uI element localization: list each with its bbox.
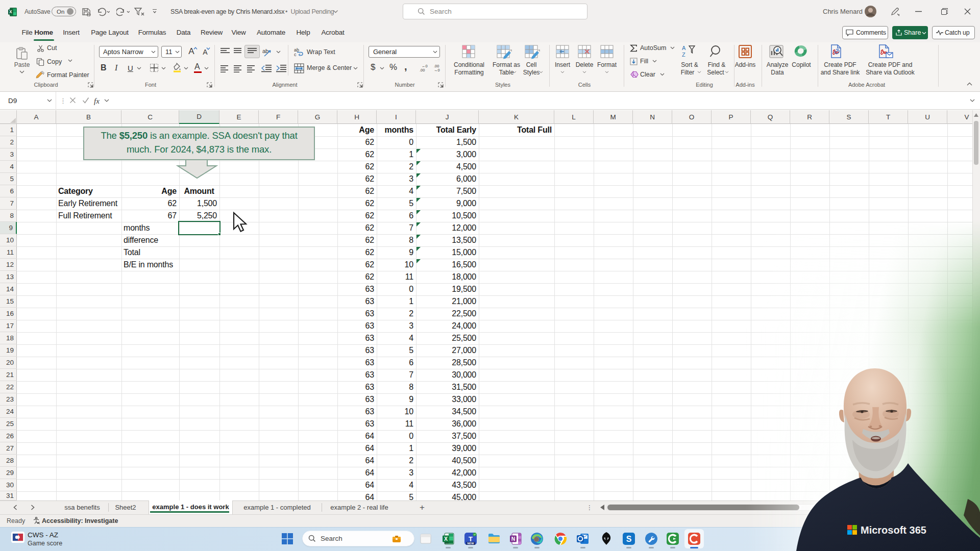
svg-text:X: X — [9, 9, 12, 14]
svg-text:S: S — [626, 535, 632, 543]
svg-text:c: c — [294, 52, 297, 57]
svg-text:NEW: NEW — [468, 542, 475, 545]
svg-text:N: N — [511, 536, 516, 542]
svg-text:→0: →0 — [434, 68, 440, 72]
svg-text:X: X — [444, 536, 448, 542]
svg-text:Z: Z — [682, 52, 685, 58]
svg-text:A: A — [682, 45, 686, 51]
svg-text:Microsoft 365: Microsoft 365 — [861, 524, 926, 536]
svg-text:.00: .00 — [420, 68, 425, 72]
